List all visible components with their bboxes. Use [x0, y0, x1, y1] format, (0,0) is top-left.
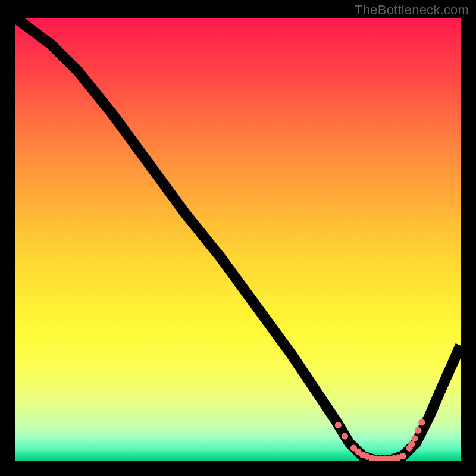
highlight-dot: [411, 435, 418, 441]
watermark-text: TheBottleneck.com: [355, 2, 469, 18]
highlight-dot: [418, 419, 425, 425]
highlight-dot: [399, 453, 406, 459]
bottleneck-curve: [15, 18, 461, 461]
highlight-dot: [415, 427, 421, 434]
highlight-dot: [408, 441, 415, 447]
chart-svg-layer: [15, 18, 461, 461]
highlight-dot: [342, 433, 348, 440]
highlight-dot: [335, 422, 342, 428]
plot-area: [15, 18, 461, 461]
chart-frame: TheBottleneck.com: [0, 0, 476, 476]
